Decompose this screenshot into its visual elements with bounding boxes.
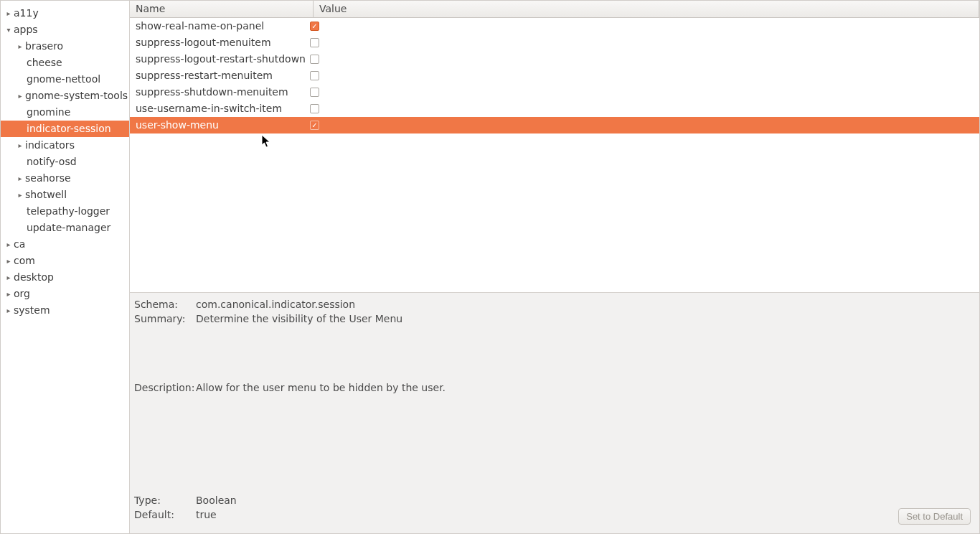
description-label: Description:: [134, 382, 196, 393]
schema-value: com.canonical.indicator.session: [196, 299, 972, 310]
type-value: Boolean: [196, 495, 237, 506]
tree-item-org[interactable]: ▸org: [1, 286, 129, 302]
tree-item-label: desktop: [14, 271, 54, 283]
tree-item-update-manager[interactable]: update-manager: [1, 220, 129, 236]
chevron-right-icon[interactable]: ▸: [17, 88, 24, 104]
tree-item-label: gnome-nettool: [27, 73, 100, 85]
tree-item-label: cheese: [27, 57, 62, 68]
tree-item-apps[interactable]: ▾apps: [1, 22, 129, 38]
chevron-right-icon[interactable]: ▸: [5, 269, 12, 286]
chevron-right-icon[interactable]: ▸: [5, 302, 12, 319]
tree-item-seahorse[interactable]: ▸seahorse: [1, 170, 129, 187]
key-row-suppress-restart-menuitem[interactable]: suppress-restart-menuitem: [130, 67, 979, 84]
tree-item-label: seahorse: [25, 172, 71, 184]
chevron-right-icon[interactable]: ▸: [17, 187, 24, 203]
key-name: show-real-name-on-panel: [130, 18, 307, 34]
tree-item-shotwell[interactable]: ▸shotwell: [1, 187, 129, 203]
key-name: suppress-restart-menuitem: [130, 67, 307, 84]
value-checkbox[interactable]: [310, 22, 319, 31]
key-value: [307, 117, 979, 134]
tree-item-gnome-nettool[interactable]: gnome-nettool: [1, 71, 129, 88]
key-value: [307, 67, 979, 84]
key-name: suppress-logout-menuitem: [130, 34, 307, 51]
tree-item-gnome-system-tools[interactable]: ▸gnome-system-tools: [1, 88, 129, 104]
tree-item-telepathy-logger[interactable]: telepathy-logger: [1, 203, 129, 220]
key-row-user-show-menu[interactable]: user-show-menu: [130, 117, 979, 134]
tree-item-ca[interactable]: ▸ca: [1, 236, 129, 253]
summary-value: Determine the visibility of the User Men…: [196, 313, 972, 324]
tree-item-a11y[interactable]: ▸a11y: [1, 5, 129, 22]
tree-item-label: gnome-system-tools: [25, 90, 128, 101]
tree-item-gnomine[interactable]: gnomine: [1, 104, 129, 121]
tree-item-label: update-manager: [27, 222, 110, 233]
tree-item-desktop[interactable]: ▸desktop: [1, 269, 129, 286]
key-list[interactable]: show-real-name-on-panelsuppress-logout-m…: [130, 18, 979, 293]
chevron-right-icon[interactable]: ▸: [17, 170, 24, 187]
chevron-right-icon[interactable]: ▸: [17, 137, 24, 154]
set-to-default-button[interactable]: Set to Default: [898, 508, 971, 525]
tree-item-cheese[interactable]: cheese: [1, 55, 129, 71]
key-value: [307, 51, 979, 67]
tree-item-label: system: [14, 304, 50, 316]
value-checkbox[interactable]: [310, 38, 319, 47]
key-value: [307, 100, 979, 117]
key-row-use-username-in-switch-item[interactable]: use-username-in-switch-item: [130, 100, 979, 117]
value-checkbox[interactable]: [310, 55, 319, 64]
chevron-right-icon[interactable]: ▸: [5, 253, 12, 269]
tree-item-label: a11y: [14, 7, 39, 19]
key-name: suppress-shutdown-menuitem: [130, 84, 307, 100]
key-value: [307, 84, 979, 100]
key-value: [307, 18, 979, 34]
key-row-show-real-name-on-panel[interactable]: show-real-name-on-panel: [130, 18, 979, 34]
key-name: use-username-in-switch-item: [130, 100, 307, 117]
app-window: ▸a11y▾apps▸braserocheesegnome-nettool▸gn…: [0, 0, 980, 534]
value-checkbox[interactable]: [310, 71, 319, 80]
tree-item-label: gnomine: [27, 106, 70, 118]
value-checkbox[interactable]: [310, 121, 319, 130]
tree-item-indicator-session[interactable]: indicator-session: [1, 121, 129, 137]
description-value: Allow for the user menu to be hidden by …: [196, 382, 972, 393]
key-row-suppress-shutdown-menuitem[interactable]: suppress-shutdown-menuitem: [130, 84, 979, 100]
summary-label: Summary:: [134, 313, 196, 324]
schema-tree[interactable]: ▸a11y▾apps▸braserocheesegnome-nettool▸gn…: [1, 1, 130, 533]
chevron-down-icon[interactable]: ▾: [5, 22, 12, 38]
tree-item-label: com: [14, 255, 35, 266]
tree-item-label: indicators: [25, 139, 75, 151]
list-header: Name Value: [130, 1, 979, 18]
chevron-right-icon[interactable]: ▸: [5, 286, 12, 302]
details-pane: Schema: com.canonical.indicator.session …: [130, 293, 979, 533]
tree-item-label: brasero: [25, 40, 63, 52]
value-checkbox[interactable]: [310, 104, 319, 113]
key-row-suppress-logout-menuitem[interactable]: suppress-logout-menuitem: [130, 34, 979, 51]
tree-item-label: org: [14, 288, 30, 299]
tree-item-label: ca: [14, 238, 25, 250]
tree-item-label: indicator-session: [27, 123, 111, 134]
chevron-right-icon[interactable]: ▸: [5, 236, 12, 253]
column-header-name[interactable]: Name: [130, 1, 314, 17]
type-label: Type:: [134, 495, 196, 506]
tree-item-com[interactable]: ▸com: [1, 253, 129, 269]
tree-item-label: notify-osd: [27, 156, 77, 167]
key-value: [307, 34, 979, 51]
tree-item-brasero[interactable]: ▸brasero: [1, 38, 129, 55]
default-label: Default:: [134, 509, 196, 520]
tree-item-notify-osd[interactable]: notify-osd: [1, 154, 129, 170]
tree-item-label: telepathy-logger: [27, 205, 110, 217]
schema-label: Schema:: [134, 299, 196, 310]
tree-item-indicators[interactable]: ▸indicators: [1, 137, 129, 154]
key-name: suppress-logout-restart-shutdown: [130, 51, 307, 67]
value-checkbox[interactable]: [310, 88, 319, 97]
tree-item-label: shotwell: [25, 189, 67, 200]
default-value: true: [196, 509, 237, 520]
key-name: user-show-menu: [130, 117, 307, 134]
chevron-right-icon[interactable]: ▸: [17, 38, 24, 55]
column-header-value[interactable]: Value: [314, 1, 979, 17]
tree-item-system[interactable]: ▸system: [1, 302, 129, 319]
key-row-suppress-logout-restart-shutdown[interactable]: suppress-logout-restart-shutdown: [130, 51, 979, 67]
tree-item-label: apps: [14, 24, 38, 35]
chevron-right-icon[interactable]: ▸: [5, 5, 12, 22]
main-pane: Name Value show-real-name-on-panelsuppre…: [130, 1, 979, 533]
